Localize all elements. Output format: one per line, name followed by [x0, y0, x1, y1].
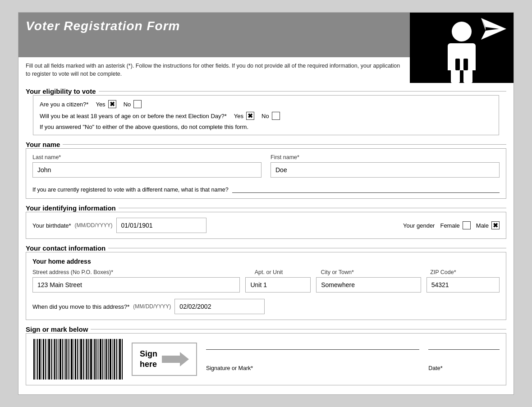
- svg-rect-15: [56, 339, 57, 380]
- citizenship-no-label: No: [124, 101, 131, 108]
- svg-rect-39: [102, 339, 103, 380]
- apt-label: Apt. or Unit: [255, 269, 316, 275]
- male-checkbox[interactable]: ✖: [491, 221, 500, 229]
- header-icon: [410, 13, 514, 83]
- svg-marker-0: [481, 18, 506, 40]
- citizenship-no-checkbox[interactable]: [133, 100, 142, 108]
- eligibility-section: Your eligibility to vote Are you a citiz…: [26, 87, 506, 135]
- last-name-input[interactable]: [32, 162, 261, 178]
- street-input[interactable]: [32, 277, 240, 293]
- person-head: [452, 22, 472, 41]
- svg-rect-24: [73, 339, 74, 380]
- age-yes-checkbox[interactable]: ✖: [246, 112, 254, 120]
- first-name-input[interactable]: [271, 162, 500, 178]
- move-date-row: When did you move to this address?* (MM/…: [32, 299, 500, 314]
- citizenship-yes-label: Yes: [96, 101, 105, 108]
- alt-name-line[interactable]: [232, 184, 500, 193]
- last-name-group: Last name*: [32, 154, 261, 178]
- svg-rect-48: [119, 339, 121, 380]
- svg-rect-9: [45, 339, 46, 380]
- name-section: Your name Last name* First name* If you …: [26, 141, 506, 199]
- male-label: Male: [476, 222, 489, 229]
- signature-label: Signature or Mark*: [206, 365, 419, 371]
- name-title: Your name: [26, 141, 60, 148]
- move-date-label: When did you move to this address?*: [32, 303, 129, 310]
- svg-rect-49: [122, 339, 123, 380]
- birthdate-format: (MM/DD/YYYY): [75, 222, 113, 229]
- form-container: Voter Registration Form Fill out all fie…: [18, 12, 514, 395]
- contact-title: Your contact information: [26, 244, 105, 252]
- svg-rect-20: [65, 339, 67, 380]
- move-date-input[interactable]: [174, 299, 265, 314]
- svg-rect-31: [86, 339, 87, 380]
- age-no-checkbox[interactable]: [272, 112, 280, 120]
- eligibility-title: Your eligibility to vote: [26, 87, 96, 95]
- identifying-title: Your identifying information: [26, 204, 116, 212]
- birthdate-input[interactable]: [116, 218, 206, 233]
- svg-rect-44: [112, 339, 113, 380]
- home-address-label: Your home address: [32, 258, 500, 265]
- svg-rect-30: [85, 339, 85, 380]
- citizenship-yes-group: Yes ✖: [96, 100, 116, 108]
- svg-rect-43: [110, 339, 111, 380]
- svg-marker-50: [162, 352, 189, 366]
- zip-input[interactable]: [427, 277, 500, 293]
- svg-rect-46: [116, 339, 117, 380]
- zip-label: ZIP Code*: [430, 269, 500, 275]
- identifying-box: Your birthdate* (MM/DD/YYYY) Your gender…: [26, 212, 506, 239]
- female-checkbox[interactable]: [463, 221, 471, 229]
- citizenship-label: Are you a citizen?*: [40, 101, 88, 108]
- svg-rect-25: [75, 339, 76, 380]
- svg-rect-5: [37, 339, 38, 380]
- birthdate-group: Your birthdate* (MM/DD/YYYY): [32, 218, 206, 233]
- header-title-area: Voter Registration Form: [18, 13, 410, 57]
- svg-rect-42: [108, 339, 109, 380]
- svg-rect-17: [60, 339, 61, 380]
- svg-rect-3: [33, 339, 35, 380]
- svg-rect-13: [53, 339, 53, 380]
- svg-rect-23: [71, 339, 73, 380]
- male-group: Male ✖: [476, 221, 500, 229]
- signature-line[interactable]: [206, 348, 419, 350]
- svg-rect-21: [68, 339, 69, 380]
- apt-input[interactable]: [245, 277, 311, 293]
- svg-rect-18: [62, 339, 63, 380]
- eligibility-box: Are you a citizen?* Yes ✖ No Will you be…: [33, 95, 499, 135]
- date-line[interactable]: [428, 348, 500, 350]
- svg-rect-8: [43, 339, 44, 380]
- citizenship-yes-checkbox[interactable]: ✖: [108, 100, 116, 108]
- city-input[interactable]: [316, 277, 421, 293]
- date-label: Date*: [428, 365, 500, 371]
- first-name-label: First name*: [271, 154, 500, 160]
- svg-rect-28: [80, 339, 82, 380]
- svg-rect-40: [104, 339, 105, 380]
- paper-airplane-icon: [481, 18, 506, 40]
- svg-rect-32: [88, 339, 89, 380]
- no-answer-row: If you answered "No" to either of the ab…: [40, 123, 492, 130]
- first-name-group: First name*: [271, 154, 500, 178]
- identifying-section: Your identifying information Your birthd…: [26, 204, 506, 239]
- no-answer-label: If you answered "No" to either of the ab…: [40, 123, 248, 130]
- svg-rect-41: [105, 339, 107, 380]
- svg-rect-14: [54, 339, 55, 380]
- name-box: Last name* First name* If you are curren…: [26, 148, 506, 199]
- move-date-format: (MM/DD/YYYY): [133, 303, 171, 310]
- alt-name-label: If you are currently registered to vote …: [32, 187, 229, 193]
- svg-rect-45: [114, 339, 115, 380]
- age-yes-group: Yes ✖: [234, 112, 254, 120]
- contact-section: Your contact information Your home addre…: [26, 244, 506, 320]
- age-no-group: No: [261, 112, 280, 120]
- gender-label: Your gender: [403, 222, 435, 229]
- arrow-icon: [162, 350, 189, 368]
- age-row: Will you be at least 18 years of age on …: [40, 112, 492, 120]
- svg-rect-27: [79, 339, 79, 380]
- city-label: City or Town*: [321, 269, 425, 275]
- svg-rect-34: [93, 339, 93, 380]
- age-label: Will you be at least 18 years of age on …: [40, 113, 227, 119]
- header: Voter Registration Form Fill out all fie…: [18, 13, 514, 83]
- svg-rect-7: [41, 339, 42, 380]
- birthdate-label: Your birthdate*: [32, 222, 71, 229]
- age-no-label: No: [261, 113, 269, 119]
- svg-rect-11: [48, 339, 50, 380]
- citizenship-no-group: No: [124, 100, 142, 108]
